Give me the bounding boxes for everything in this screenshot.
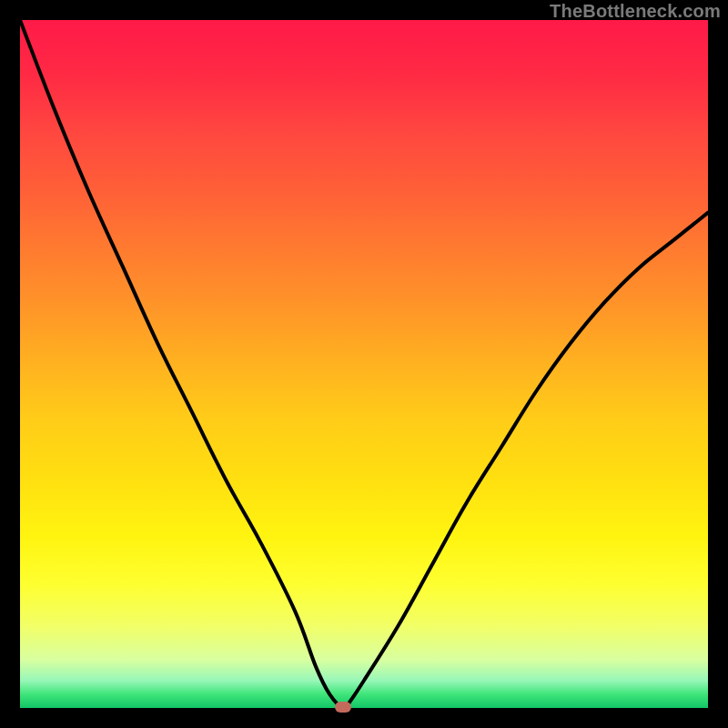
bottleneck-curve: [20, 20, 708, 708]
optimum-marker: [335, 702, 351, 713]
watermark-text: TheBottleneck.com: [550, 1, 721, 22]
chart-frame: TheBottleneck.com: [0, 0, 728, 728]
